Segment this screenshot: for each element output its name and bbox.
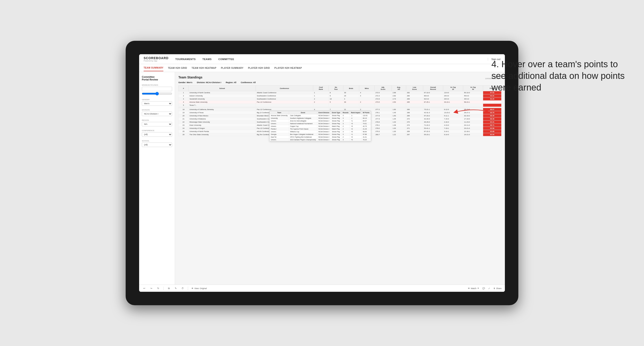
tab-player-h2h-grid[interactable]: PLAYER H2H GRID (248, 65, 270, 71)
sub-nav: TEAM SUMMARY TEAM H2H GRID TEAM H2H HEAT… (139, 64, 505, 72)
separator-2 (188, 287, 188, 290)
popup-col-type: Event Type (331, 111, 342, 114)
nav-tournaments[interactable]: TOURNAMENTS (175, 57, 196, 61)
table-header-row: Team Standings Update time: 13/03/2024 1… (178, 76, 502, 80)
share-button[interactable]: ⬆ Share (494, 287, 502, 290)
col-vs-top-25: Vs Top25 (443, 86, 463, 91)
main-content: Committee Portal Review Minimum Rounds G… (139, 72, 505, 285)
conference-filter: Conference (All) (142, 130, 172, 137)
popup-row: UniversCopper CupNCAA Division IMatch Pl… (270, 125, 371, 128)
popup-row: UniversNational Invitational TournamentN… (270, 122, 371, 125)
clock-button[interactable]: ⏱ (181, 287, 184, 290)
region-label: Region (142, 119, 172, 121)
redo-button[interactable]: ↪ (150, 287, 153, 290)
logo-text: SCOREBOARD (144, 56, 168, 60)
tablet-screen: SCOREBOARD Powered by clipp TOURNAMENTS … (139, 54, 505, 292)
popup-row: GeorgiaBen Hogan Collegiate Invitational… (270, 133, 371, 136)
tab-team-h2h-grid[interactable]: TEAM H2H GRID (168, 65, 187, 71)
tab-team-h2h-heatmap[interactable]: TEAM H2H HEATMAP (192, 65, 216, 71)
logo-sub: Powered by clipp (144, 60, 168, 62)
region-filter: Region N/A All (142, 119, 172, 126)
col-overall-record: OverallRecord (423, 86, 443, 91)
nav-committee[interactable]: COMMITTEE (218, 57, 234, 61)
table-row: 2Auburn UniversitySoutheastern Conferenc… (178, 94, 502, 97)
undo-button[interactable]: ↩ (142, 287, 146, 290)
popup-col-div: Event Division (317, 111, 330, 114)
watch-icon: 👁 (468, 287, 470, 290)
school-filter: School (All) (142, 140, 172, 147)
logo-area: SCOREBOARD Powered by clipp (144, 56, 168, 62)
popup-row: Arizona State UniversityCato CollegiateN… (270, 114, 371, 117)
col-rank: # (178, 86, 188, 91)
col-avg-sg: Avg.SG (392, 86, 406, 91)
popup-row: East TerOFCC Fighting Illini Invitationa… (270, 136, 371, 139)
min-rounds-slider[interactable] (142, 92, 172, 95)
separator-1 (163, 287, 164, 290)
edit-button[interactable]: ✎ (174, 287, 178, 290)
region-select[interactable]: N/A All (142, 122, 172, 126)
sidebar-title: Committee Portal Review (142, 76, 172, 81)
col-vs-top-50: Vs Top50 (463, 86, 483, 91)
popup-row: UniversitySouthern Highlands CollegiateN… (270, 117, 371, 120)
hover-popup: Team Event Event Division Event Type Rou… (269, 111, 371, 141)
watch-button[interactable]: 👁 Watch ▼ (468, 287, 479, 290)
comment-button[interactable]: 💬 (482, 287, 485, 290)
min-rounds-filter: Minimum Rounds (142, 84, 172, 95)
nav-teams[interactable]: TEAMS (202, 57, 212, 61)
sidebar: Committee Portal Review Minimum Rounds G… (139, 72, 175, 285)
popup-row: Florida IThe Cypress Point ClassicNCAA D… (270, 128, 371, 130)
expand-button[interactable]: ⤢ (488, 287, 490, 290)
main-nav: TOURNAMENTS TEAMS COMMITTEE (175, 57, 488, 61)
gender-select[interactable]: Men's Women's (142, 101, 172, 106)
school-label: School (142, 140, 172, 142)
col-adj-score: Adj.Score (374, 86, 392, 91)
chevron-down-icon: ▼ (477, 287, 479, 289)
popup-col-event: Event (289, 111, 317, 114)
annotation-arrow (451, 103, 496, 121)
col-bnds: Bnds (343, 86, 359, 91)
popup-col-rounds: Rounds (342, 111, 350, 114)
popup-col-rank-impact: Rank Impact (350, 111, 362, 114)
popup-row: UniversAmer An IntercollegiateNCAA Divis… (270, 120, 371, 122)
refresh-button[interactable]: ↻ (156, 287, 160, 290)
top-nav: SCOREBOARD Powered by clipp TOURNAMENTS … (139, 54, 505, 64)
hover-table: Team Event Event Division Event Type Rou… (270, 111, 371, 141)
copy-button[interactable]: ⧉ (167, 287, 170, 290)
col-wins: Wins (359, 86, 374, 91)
tab-team-summary[interactable]: TEAM SUMMARY (144, 65, 163, 71)
popup-col-w-points: W Points (362, 111, 371, 114)
share-icon: ⬆ (494, 287, 495, 290)
gender-label: Gender (142, 99, 172, 101)
view-icon: 👁 (192, 287, 194, 290)
tab-player-summary[interactable]: PLAYER SUMMARY (221, 65, 244, 71)
school-select[interactable]: (All) (142, 143, 172, 147)
col-conference: Conference (256, 86, 313, 91)
table-title: Team Standings (178, 76, 202, 79)
min-rounds-label: Minimum Rounds (142, 84, 172, 86)
tab-player-h2h-heatmap[interactable]: PLAYER H2H HEATMAP (274, 65, 302, 71)
col-school: School (188, 86, 256, 91)
popup-row: UniversWilliams CupNCAA Division IStroke… (270, 130, 371, 133)
bottom-toolbar: ↩ ↪ ↻ ⧉ ✎ ⏱ 👁 View: Original 👁 Watch ▼ 💬… (139, 285, 505, 292)
division-select[interactable]: NCAA Division I NCAA Division II (142, 112, 172, 116)
tablet-frame: SCOREBOARD Powered by clipp TOURNAMENTS … (126, 41, 518, 305)
annotation-text: 4. Hover over a team's points to see add… (492, 58, 626, 93)
col-low-score: LowScore (406, 86, 423, 91)
division-label: Division (142, 109, 172, 111)
filter-bar: Gender: Men's Division: NCAA Division I … (178, 81, 502, 84)
conference-select[interactable]: (All) (142, 132, 172, 137)
col-conf-rank: ConfRank (313, 86, 329, 91)
popup-row: Univers2023 Sahalee Players Championship… (270, 139, 371, 141)
conference-label: Conference (142, 130, 172, 132)
division-filter: Division NCAA Division I NCAA Division I… (142, 109, 172, 116)
popup-col-team: Team (270, 111, 289, 114)
min-rounds-input[interactable] (142, 87, 172, 91)
gender-filter: Gender Men's Women's (142, 99, 172, 106)
annotation-container: 4. Hover over a team's points to see add… (492, 58, 626, 93)
table-row: 3Vanderbilt UniversitySoutheastern Confe… (178, 97, 502, 101)
view-original-button[interactable]: 👁 View: Original (192, 287, 207, 290)
col-no-tour: NoTour (329, 86, 343, 91)
table-row: 1University of North CarolinaAtlantic Co… (178, 91, 502, 94)
